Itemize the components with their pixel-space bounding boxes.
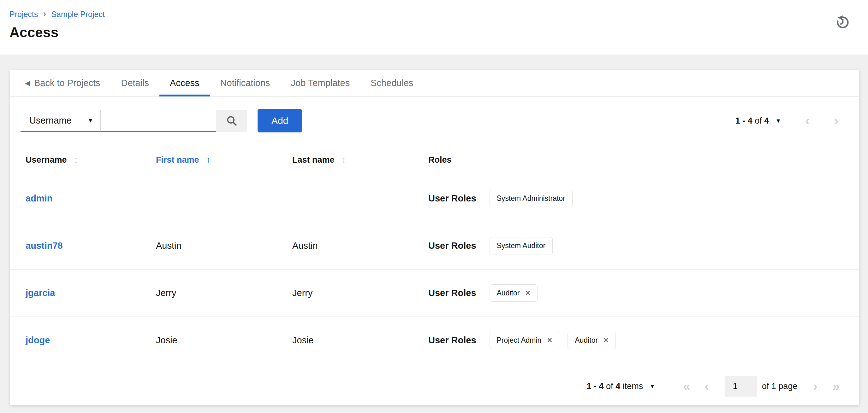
history-icon [835, 14, 850, 29]
tab-label: Back to Projects [34, 78, 100, 88]
role-chip-label: Auditor [497, 289, 520, 297]
history-button[interactable] [835, 14, 850, 30]
toolbar: Username ▾ Add 1 - 4 of 4 ▾ [10, 97, 859, 145]
prev-page-icon[interactable]: ‹ [705, 380, 709, 392]
top-pagination: 1 - 4 of 4 ▾ ‹ › [736, 114, 843, 127]
tab-notifications[interactable]: Notifications [210, 70, 281, 96]
column-header-last-name[interactable]: Last name↕ [292, 154, 428, 165]
chevron-down-icon[interactable]: ▾ [776, 117, 780, 124]
user-roles-label: User Roles [428, 288, 476, 298]
page-of-label: of 1 page [762, 381, 798, 391]
first-page-icon[interactable]: « [683, 380, 690, 392]
roles-cell: User RolesSystem Auditor [428, 237, 846, 254]
first-name-cell: Jerry [156, 288, 292, 298]
table-row: adminUser RolesSystem Administrator [10, 175, 859, 222]
page-number-input[interactable] [725, 376, 757, 397]
chevron-down-icon: ▾ [89, 117, 92, 124]
username-cell: admin [26, 193, 156, 204]
tab-label: Schedules [371, 78, 413, 88]
column-label: Last name [292, 155, 335, 165]
last-name-cell: Jerry [292, 288, 428, 298]
breadcrumb-link-projects[interactable]: Projects [9, 10, 38, 19]
breadcrumb-link-sample-project[interactable]: Sample Project [51, 10, 105, 19]
username-link[interactable]: jdoge [26, 335, 50, 345]
role-chips: Auditor× [490, 284, 538, 302]
column-label: Username [26, 155, 67, 165]
sort-icon[interactable]: ↕ [74, 154, 79, 165]
pagination-total: 4 [616, 381, 620, 391]
search-input[interactable] [100, 110, 216, 132]
username-cell: jdoge [26, 335, 156, 346]
roles-cell: User RolesAuditor× [428, 284, 846, 302]
role-chip-label: System Auditor [497, 241, 546, 250]
table-body: adminUser RolesSystem Administratorausti… [10, 175, 859, 364]
first-name-cell: Austin [156, 241, 292, 251]
filter-type-label: Username [29, 115, 72, 126]
username-cell: austin78 [26, 241, 156, 251]
tab-access[interactable]: Access [159, 70, 210, 96]
table-row: austin78AustinAustinUser RolesSystem Aud… [10, 222, 859, 269]
tab-schedules[interactable]: Schedules [360, 70, 424, 96]
table-header: Username↕First name↑Last name↕Roles [10, 145, 859, 175]
tab-bar: ◀Back to ProjectsDetailsAccessNotificati… [10, 70, 859, 97]
column-label: First name [156, 155, 199, 165]
role-chip: System Auditor [490, 237, 553, 254]
add-button[interactable]: Add [257, 109, 302, 132]
top-pagination-text[interactable]: 1 - 4 of 4 [736, 116, 769, 126]
breadcrumb: Projects › Sample Project [9, 9, 868, 20]
breadcrumb-separator-icon: › [43, 9, 46, 20]
column-label: Roles [428, 155, 452, 165]
next-page-icon[interactable]: › [813, 380, 817, 392]
roles-cell: User RolesSystem Administrator [428, 190, 846, 207]
footer-pagination: 1 - 4 of 4 items ▾ « ‹ of 1 page › » [10, 364, 859, 408]
pagination-of: of [755, 116, 762, 126]
footer-items-text[interactable]: 1 - 4 of 4 items [587, 381, 643, 391]
search-button[interactable] [216, 110, 247, 132]
tab-label: Details [121, 78, 149, 88]
role-chip-label: Project Admin [497, 336, 541, 345]
pagination-total: 4 [764, 116, 769, 126]
first-name-cell: Josie [156, 335, 292, 346]
user-roles-label: User Roles [428, 193, 476, 204]
username-link[interactable]: austin78 [26, 241, 63, 251]
role-chip: Project Admin× [490, 332, 560, 349]
tab-label: Access [170, 78, 199, 88]
page-background: ◀Back to ProjectsDetailsAccessNotificati… [0, 55, 868, 413]
next-page-icon[interactable]: › [834, 114, 838, 127]
last-name-cell: Austin [292, 241, 428, 251]
page-header: Projects › Sample Project Access [0, 0, 868, 55]
pagination-items-word: items [623, 381, 643, 391]
role-chips: System Administrator [490, 190, 572, 207]
role-chips: Project Admin×Auditor× [490, 332, 616, 349]
table-row: jdogeJosieJosieUser RolesProject Admin×A… [10, 316, 859, 364]
tab-details[interactable]: Details [111, 70, 159, 96]
prev-page-icon[interactable]: ‹ [805, 114, 809, 127]
close-icon[interactable]: × [547, 336, 552, 345]
username-link[interactable]: admin [26, 193, 52, 203]
role-chip-label: Auditor [575, 336, 598, 345]
close-icon[interactable]: × [603, 336, 609, 345]
back-icon: ◀ [25, 79, 30, 87]
username-link[interactable]: jgarcia [26, 288, 55, 298]
username-cell: jgarcia [26, 288, 156, 298]
role-chip: Auditor× [490, 284, 538, 302]
column-header-first-name[interactable]: First name↑ [156, 154, 292, 165]
sort-ascending-icon[interactable]: ↑ [206, 154, 211, 165]
sort-icon[interactable]: ↕ [342, 154, 346, 165]
access-card: ◀Back to ProjectsDetailsAccessNotificati… [10, 70, 859, 405]
pagination-of: of [606, 381, 613, 391]
last-page-icon[interactable]: » [833, 380, 840, 392]
pagination-range: 1 - 4 [587, 381, 604, 391]
role-chip: Auditor× [567, 332, 616, 349]
filter-type-select[interactable]: Username ▾ [21, 110, 100, 132]
page-title: Access [9, 25, 868, 40]
column-header-username[interactable]: Username↕ [26, 154, 156, 165]
user-roles-label: User Roles [428, 335, 476, 346]
tab-job-templates[interactable]: Job Templates [281, 70, 360, 96]
tab-back-to-projects[interactable]: ◀Back to Projects [14, 70, 111, 96]
chevron-down-icon[interactable]: ▾ [651, 383, 654, 390]
close-icon[interactable]: × [525, 289, 530, 297]
tab-label: Job Templates [291, 78, 350, 88]
user-roles-label: User Roles [428, 241, 476, 251]
pagination-range: 1 - 4 [736, 116, 752, 126]
